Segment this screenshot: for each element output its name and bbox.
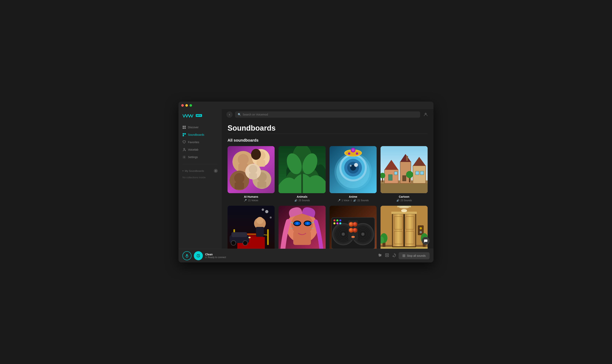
search-icon: 🔍 <box>238 113 241 116</box>
soundboard-thumb-cyberpunk <box>279 206 326 249</box>
app-window: BETA Discover + <box>179 102 433 262</box>
soundboard-thumb-edm <box>329 206 377 249</box>
svg-rect-4 <box>183 133 184 135</box>
beta-badge: BETA <box>196 114 202 117</box>
add-soundboard-button[interactable]: + <box>214 169 218 173</box>
svg-point-156 <box>399 206 409 208</box>
no-collections-label: No collections inside <box>179 174 222 181</box>
soundboard-card-ai-humans[interactable]: AI Humans 🎤 21 Voices <box>228 146 275 202</box>
soundboard-card-animals[interactable]: Animals 🔊 25 Sounds <box>279 146 326 202</box>
hearing-button[interactable] <box>392 253 396 258</box>
soundboard-card-celebrities[interactable]: NEW <box>228 206 275 249</box>
stop-all-sounds-button[interactable]: Stop all sounds <box>399 252 430 259</box>
svg-rect-137 <box>393 214 404 246</box>
page-title: Soundboards <box>228 124 428 132</box>
soundboard-card-elevator[interactable]: Elevator Music 🔊 12 Sounds <box>380 206 428 249</box>
chevron-down-icon: ▾ <box>182 170 183 172</box>
sidebar-item-voicelab[interactable]: Voicelab <box>179 146 222 153</box>
svg-rect-31 <box>257 182 266 188</box>
minimize-button[interactable] <box>185 104 188 107</box>
svg-rect-66 <box>403 176 406 181</box>
soundboard-card-cartoon[interactable]: Cartoon 🔊 23 Sounds <box>380 146 428 202</box>
section-title: All soundboards <box>228 138 428 143</box>
svg-point-84 <box>243 241 247 245</box>
titlebar <box>179 102 433 109</box>
svg-point-55 <box>348 152 350 155</box>
soundboard-thumb-animals <box>279 146 326 193</box>
svg-point-129 <box>333 222 335 224</box>
svg-point-13 <box>425 113 426 114</box>
svg-point-128 <box>339 220 341 221</box>
svg-point-27 <box>234 173 244 183</box>
sidebar-item-settings[interactable]: Settings <box>179 153 222 161</box>
svg-point-33 <box>249 165 257 174</box>
soundboard-thumb-cartoon <box>380 146 428 193</box>
profile-icon[interactable] <box>423 111 429 118</box>
my-soundboards-label: My Soundboards <box>185 169 204 172</box>
svg-rect-67 <box>406 156 408 161</box>
sidebar-item-discover[interactable]: Discover <box>179 124 222 131</box>
maximize-button[interactable] <box>189 104 192 107</box>
svg-point-98 <box>296 222 298 225</box>
svg-point-126 <box>333 220 335 221</box>
voice-mode-button[interactable] <box>194 251 203 260</box>
heart-icon <box>182 140 186 144</box>
svg-rect-2 <box>183 128 184 129</box>
chat-button[interactable] <box>422 237 430 245</box>
sound-icon-anime: 🔊 <box>353 199 356 202</box>
svg-rect-139 <box>404 214 405 246</box>
close-button[interactable] <box>181 104 184 107</box>
content-area: Soundboards All soundboards <box>222 120 433 249</box>
svg-rect-6 <box>183 135 184 136</box>
soundboard-thumb-elevator <box>380 206 428 249</box>
svg-point-108 <box>342 233 345 236</box>
svg-rect-80 <box>267 229 269 245</box>
soundboards-label: Soundboards <box>188 133 204 136</box>
search-input[interactable] <box>243 113 417 116</box>
soundboard-thumb-ai-humans <box>228 146 275 193</box>
meta-sounds-cartoon: 23 Sounds <box>401 199 412 202</box>
svg-point-187 <box>379 256 380 257</box>
voice-connection: Ready to connect <box>205 256 376 259</box>
svg-point-83 <box>231 241 236 245</box>
svg-point-10 <box>183 148 185 149</box>
svg-point-148 <box>420 231 422 233</box>
topbar: ‹ 🔍 <box>222 109 433 120</box>
voice-status: Clean Ready to connect <box>205 253 376 259</box>
svg-point-87 <box>256 217 263 224</box>
svg-rect-62 <box>388 175 392 181</box>
svg-rect-1 <box>184 126 186 127</box>
svg-point-90 <box>270 217 272 219</box>
svg-rect-63 <box>394 172 397 175</box>
soundboard-card-cyberpunk[interactable]: Cyberpunk 🎤 2 Voices & 🔊 21 Sounds <box>279 206 326 249</box>
svg-point-191 <box>393 256 394 257</box>
gear-icon <box>182 155 186 159</box>
meta-voice-anime: 1 Voice <box>342 199 349 202</box>
svg-rect-88 <box>256 227 264 237</box>
svg-point-127 <box>336 220 338 221</box>
connection-dot <box>205 257 207 258</box>
meta-sounds-animals: 25 Sounds <box>299 199 310 202</box>
svg-point-73 <box>406 171 413 178</box>
sidebar-item-soundboards[interactable]: + Soundboards <box>179 131 222 138</box>
soundboard-card-edm[interactable]: EDM 🔊 19 Sounds <box>329 206 377 249</box>
mic-button[interactable] <box>182 251 191 260</box>
svg-rect-0 <box>183 126 184 127</box>
soundboard-name-cartoon: Cartoon <box>380 195 428 198</box>
mute-button[interactable] <box>385 253 389 258</box>
svg-point-123 <box>353 228 357 233</box>
svg-rect-82 <box>232 232 247 237</box>
svg-point-115 <box>361 233 365 236</box>
mic-icon: 🎤 <box>244 199 247 202</box>
svg-rect-95 <box>293 231 311 245</box>
soundboard-card-anime[interactable]: Anime 🎤 1 Voice & 🔊 21 Sounds <box>329 146 377 202</box>
svg-rect-70 <box>416 171 419 175</box>
my-soundboards-header[interactable]: ▾ My Soundboards + <box>179 167 222 174</box>
svg-point-56 <box>356 152 358 155</box>
discover-label: Discover <box>188 126 198 129</box>
soundboard-meta-cartoon: 🔊 23 Sounds <box>380 199 428 202</box>
mixer-button[interactable] <box>378 253 382 258</box>
sidebar-item-favorites[interactable]: Favorites <box>179 138 222 146</box>
back-button[interactable]: ‹ <box>226 111 233 118</box>
mic-icon-anime: 🎤 <box>338 199 340 202</box>
